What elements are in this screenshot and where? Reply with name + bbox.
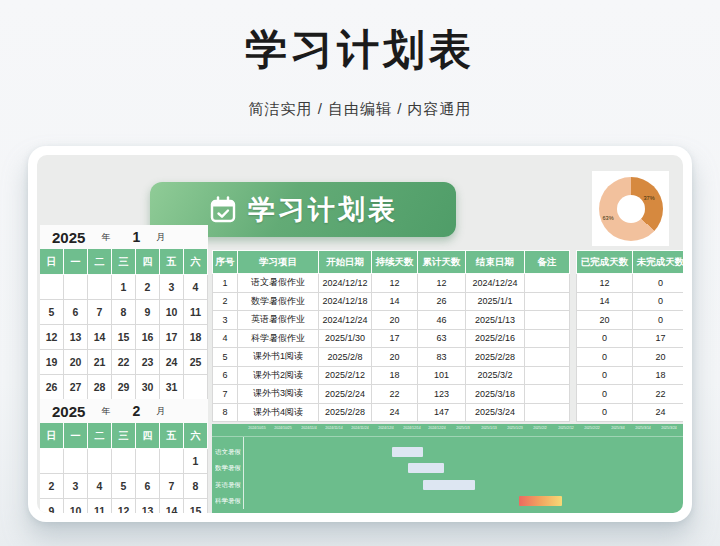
calendar-day-cell[interactable]: 20: [64, 350, 88, 375]
calendar-day-cell[interactable]: [40, 449, 64, 474]
table-cell[interactable]: 0: [577, 403, 633, 422]
calendar-day-cell[interactable]: 3: [64, 474, 88, 499]
calendar-day-cell[interactable]: 8: [112, 300, 136, 325]
table-cell[interactable]: 2024/12/12: [319, 274, 372, 293]
calendar-day-cell[interactable]: 10: [160, 300, 184, 325]
table-cell[interactable]: 46: [418, 311, 466, 330]
table-cell[interactable]: [525, 403, 570, 422]
table-cell[interactable]: 5: [213, 348, 238, 367]
table-cell[interactable]: 20: [633, 348, 684, 367]
table-cell[interactable]: 英语暑假作业: [238, 311, 319, 330]
table-cell[interactable]: 科学暑假作业: [238, 329, 319, 348]
gantt-bar[interactable]: [392, 447, 423, 457]
table-cell[interactable]: 6: [213, 366, 238, 385]
table-cell[interactable]: 课外书2阅读: [238, 366, 319, 385]
calendar-day-cell[interactable]: 8: [184, 474, 208, 499]
table-cell[interactable]: 3: [213, 311, 238, 330]
calendar-day-cell[interactable]: 18: [184, 325, 208, 350]
table-cell[interactable]: 语文暑假作业: [238, 274, 319, 293]
table-cell[interactable]: 2025/3/24: [466, 403, 525, 422]
table-cell[interactable]: 2025/1/13: [466, 311, 525, 330]
table-cell[interactable]: 0: [633, 292, 684, 311]
table-cell[interactable]: 数学暑假作业: [238, 292, 319, 311]
calendar-day-cell[interactable]: 1: [112, 275, 136, 300]
table-cell[interactable]: 12: [372, 274, 418, 293]
table-cell[interactable]: 1: [213, 274, 238, 293]
table-cell[interactable]: [525, 311, 570, 330]
calendar-day-cell[interactable]: 12: [112, 499, 136, 513]
calendar-day-cell[interactable]: 14: [88, 325, 112, 350]
calendar-day-cell[interactable]: 3: [160, 275, 184, 300]
table-cell[interactable]: 20: [372, 311, 418, 330]
table-cell[interactable]: 0: [633, 274, 684, 293]
calendar-day-cell[interactable]: [88, 449, 112, 474]
table-cell[interactable]: 17: [372, 329, 418, 348]
table-cell[interactable]: 26: [418, 292, 466, 311]
table-cell[interactable]: 12: [577, 274, 633, 293]
table-cell[interactable]: 0: [577, 366, 633, 385]
calendar-day-cell[interactable]: 15: [184, 499, 208, 513]
calendar-day-cell[interactable]: [160, 449, 184, 474]
table-cell[interactable]: 63: [418, 329, 466, 348]
table-cell[interactable]: 123: [418, 385, 466, 404]
calendar-day-cell[interactable]: 16: [136, 325, 160, 350]
calendar-day-cell[interactable]: 14: [160, 499, 184, 513]
table-cell[interactable]: 14: [577, 292, 633, 311]
table-cell[interactable]: 0: [577, 348, 633, 367]
table-cell[interactable]: 83: [418, 348, 466, 367]
table-cell[interactable]: 18: [633, 366, 684, 385]
calendar-day-cell[interactable]: 22: [112, 350, 136, 375]
table-cell[interactable]: 2025/3/18: [466, 385, 525, 404]
calendar-day-cell[interactable]: 26: [40, 375, 64, 400]
table-cell[interactable]: 0: [577, 385, 633, 404]
calendar-day-cell[interactable]: 25: [184, 350, 208, 375]
table-cell[interactable]: 2025/2/16: [466, 329, 525, 348]
table-cell[interactable]: 2025/2/24: [319, 385, 372, 404]
calendar-day-cell[interactable]: 6: [136, 474, 160, 499]
table-cell[interactable]: 7: [213, 385, 238, 404]
table-cell[interactable]: 2024/12/18: [319, 292, 372, 311]
calendar-day-cell[interactable]: [112, 449, 136, 474]
calendar-day-cell[interactable]: 30: [136, 375, 160, 400]
table-cell[interactable]: 2: [213, 292, 238, 311]
table-cell[interactable]: [525, 292, 570, 311]
table-cell[interactable]: [525, 385, 570, 404]
calendar-day-cell[interactable]: 1: [184, 449, 208, 474]
table-cell[interactable]: 2025/1/30: [319, 329, 372, 348]
table-cell[interactable]: 12: [418, 274, 466, 293]
table-cell[interactable]: 2025/2/8: [319, 348, 372, 367]
table-cell[interactable]: 20: [372, 348, 418, 367]
table-cell[interactable]: 2025/2/12: [319, 366, 372, 385]
gantt-bar[interactable]: [423, 480, 475, 490]
table-cell[interactable]: 22: [372, 385, 418, 404]
calendar-day-cell[interactable]: 13: [64, 325, 88, 350]
table-cell[interactable]: 101: [418, 366, 466, 385]
calendar-day-cell[interactable]: 28: [88, 375, 112, 400]
table-cell[interactable]: 课外书4阅读: [238, 403, 319, 422]
table-cell[interactable]: 2025/2/28: [319, 403, 372, 422]
gantt-bar[interactable]: [408, 463, 444, 473]
table-cell[interactable]: 0: [577, 329, 633, 348]
calendar-day-cell[interactable]: [136, 449, 160, 474]
calendar-day-cell[interactable]: 31: [160, 375, 184, 400]
calendar-day-cell[interactable]: 13: [136, 499, 160, 513]
table-cell[interactable]: 22: [633, 385, 684, 404]
table-cell[interactable]: 2024/12/24: [319, 311, 372, 330]
table-cell[interactable]: 课外书1阅读: [238, 348, 319, 367]
calendar-day-cell[interactable]: 9: [40, 499, 64, 513]
table-cell[interactable]: 2025/2/28: [466, 348, 525, 367]
calendar-day-cell[interactable]: 7: [88, 300, 112, 325]
calendar-day-cell[interactable]: [184, 375, 208, 400]
calendar-day-cell[interactable]: [88, 275, 112, 300]
table-cell[interactable]: 24: [633, 403, 684, 422]
calendar-day-cell[interactable]: 19: [40, 350, 64, 375]
calendar-day-cell[interactable]: 21: [88, 350, 112, 375]
calendar-day-cell[interactable]: 17: [160, 325, 184, 350]
table-cell[interactable]: 17: [633, 329, 684, 348]
table-cell[interactable]: [525, 274, 570, 293]
table-cell[interactable]: 8: [213, 403, 238, 422]
table-cell[interactable]: 2025/1/1: [466, 292, 525, 311]
calendar-day-cell[interactable]: 9: [136, 300, 160, 325]
table-cell[interactable]: 18: [372, 366, 418, 385]
calendar-day-cell[interactable]: 5: [40, 300, 64, 325]
